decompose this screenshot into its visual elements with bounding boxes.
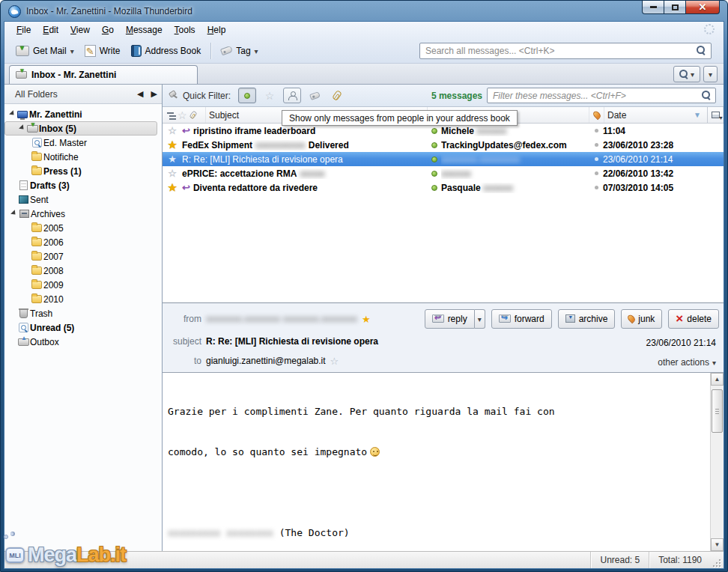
menu-file[interactable]: File	[10, 22, 37, 37]
pin-icon[interactable]	[169, 91, 178, 100]
chevron-down-icon[interactable]	[70, 46, 74, 56]
twisty-open-icon	[9, 110, 16, 117]
menu-tools[interactable]: Tools	[169, 22, 201, 37]
replied-icon	[182, 182, 190, 193]
junk-status-icon[interactable]	[595, 129, 598, 133]
folder-2005[interactable]: 2005	[4, 221, 162, 235]
close-button[interactable]: ✕	[685, 1, 720, 14]
global-search-input[interactable]	[419, 43, 712, 59]
filter-attachment-button[interactable]	[328, 88, 346, 103]
folder-trash[interactable]: Trash	[4, 306, 162, 320]
archive-button[interactable]: archive	[558, 309, 616, 329]
folder-notifiche[interactable]: Notifiche	[4, 150, 162, 164]
tab-search-button[interactable]	[673, 66, 700, 82]
folder-unread[interactable]: Unread (5)	[4, 320, 162, 335]
filter-starred-button[interactable]	[261, 88, 279, 103]
folder-press[interactable]: Press (1)	[4, 164, 162, 178]
search-icon[interactable]	[697, 46, 706, 55]
message-sender: TrackingUpdates@fedex.com	[441, 140, 589, 150]
folder-outbox[interactable]: Outbox	[4, 335, 162, 349]
folder-ed-master[interactable]: Ed. Master	[4, 136, 162, 150]
message-subject: R: Re: [MLI] Richiesta di revisione oper…	[182, 154, 343, 165]
signature-redacted: xxxxxxxxx xxxxxxxx	[168, 527, 273, 538]
scrollbar-thumb[interactable]	[712, 389, 723, 433]
folder-inbox[interactable]: Inbox (5)	[4, 121, 157, 136]
forward-button[interactable]: ↪ forward	[491, 309, 552, 329]
star-icon[interactable]	[168, 125, 177, 136]
filter-tag-button[interactable]	[306, 88, 324, 103]
scroll-up-button[interactable]: ▲	[711, 373, 724, 386]
title-bar[interactable]: Inbox - Mr. Zanettini - Mozilla Thunderb…	[1, 1, 727, 22]
message-row-2[interactable]: FedEx Shipment xxxxxxxxxx Delivered Trac…	[163, 138, 724, 152]
next-view-arrow-icon[interactable]: ▶	[151, 89, 157, 99]
message-row-4[interactable]: ePRICE: accettazione RMA xxxxx xxxxxx 22…	[163, 166, 724, 180]
junk-button[interactable]: junk	[621, 309, 662, 329]
tab-inbox[interactable]: Inbox - Mr. Zanettini	[9, 65, 198, 84]
forward-icon: ↪	[499, 314, 511, 323]
filter-contacts-button[interactable]	[283, 88, 301, 103]
scroll-down-button[interactable]: ▼	[711, 538, 724, 551]
maximize-button[interactable]	[664, 1, 685, 14]
message-count: 5 messages	[431, 91, 482, 101]
folder-account[interactable]: Mr. Zanettini	[4, 107, 162, 121]
message-row-5[interactable]: Diventa redattore da rivedere Pasquale x…	[163, 180, 724, 195]
column-picker-button[interactable]	[707, 107, 724, 123]
write-button[interactable]: Write	[79, 42, 126, 60]
folder-archives[interactable]: Archives	[4, 207, 162, 221]
star-icon[interactable]	[168, 168, 177, 179]
date-column-header[interactable]: Date ▼	[604, 107, 707, 123]
junk-status-icon[interactable]	[595, 143, 598, 147]
junk-status-icon[interactable]	[595, 157, 598, 161]
tag-icon	[309, 91, 321, 100]
attachment-column-icon[interactable]	[189, 110, 197, 119]
menu-edit[interactable]: Edit	[37, 22, 64, 37]
address-book-button[interactable]: Address Book	[126, 42, 207, 60]
get-mail-button[interactable]: Get Mail	[10, 43, 79, 59]
inbox-icon	[27, 125, 38, 133]
delete-button[interactable]: delete	[668, 309, 719, 329]
starred-icon[interactable]	[168, 182, 177, 193]
to-value[interactable]: gianluigi.zanettini@megalab.it	[206, 356, 326, 366]
starred-icon[interactable]	[362, 314, 371, 325]
menu-go[interactable]: Go	[96, 22, 120, 37]
reply-button[interactable]: ↩ reply	[425, 309, 475, 329]
body-scrollbar[interactable]: ▲ ▼	[710, 373, 724, 552]
reply-dropdown-button[interactable]	[475, 309, 485, 329]
junk-column-icon[interactable]	[589, 107, 604, 123]
archive-icon	[19, 210, 29, 218]
filter-input[interactable]	[487, 88, 716, 103]
folder-2010[interactable]: 2010	[4, 292, 162, 306]
menu-help[interactable]: Help	[201, 22, 232, 37]
chevron-down-icon	[478, 314, 482, 324]
folder-2006[interactable]: 2006	[4, 235, 162, 249]
minimize-button[interactable]	[642, 1, 664, 14]
search-icon[interactable]	[702, 91, 712, 100]
folder-2007[interactable]: 2007	[4, 249, 162, 264]
message-row-3-selected[interactable]: R: Re: [MLI] Richiesta di revisione oper…	[163, 152, 724, 166]
folder-drafts[interactable]: Drafts (3)	[4, 178, 162, 192]
previous-view-arrow-icon[interactable]: ◀	[137, 89, 143, 99]
chevron-down-icon[interactable]	[255, 46, 258, 56]
menu-view[interactable]: View	[64, 22, 96, 37]
resize-grip[interactable]	[711, 557, 721, 568]
star-icon[interactable]	[168, 153, 177, 165]
star-icon	[265, 90, 275, 102]
junk-status-icon[interactable]	[595, 171, 598, 175]
thunderbird-app-icon	[8, 5, 21, 18]
thread-column-icon[interactable]	[167, 112, 175, 119]
junk-status-icon[interactable]	[595, 186, 598, 189]
tooltip: Show only messages from people in your a…	[282, 110, 518, 126]
filter-unread-button[interactable]	[238, 88, 256, 103]
other-actions-button[interactable]: other actions	[658, 357, 716, 368]
main-toolbar: Get Mail Write Address Book Tag	[4, 38, 724, 64]
folder-sent[interactable]: Sent	[4, 192, 162, 207]
folder-2008[interactable]: 2008	[4, 264, 162, 278]
star-icon[interactable]	[330, 356, 339, 367]
folder-2009[interactable]: 2009	[4, 278, 162, 292]
tab-list-button[interactable]	[703, 66, 718, 82]
tag-button[interactable]: Tag	[216, 43, 263, 59]
activity-throbber-icon	[704, 24, 715, 34]
star-column-icon[interactable]	[178, 109, 187, 121]
menu-message[interactable]: Message	[120, 22, 169, 37]
starred-icon[interactable]	[168, 139, 177, 150]
